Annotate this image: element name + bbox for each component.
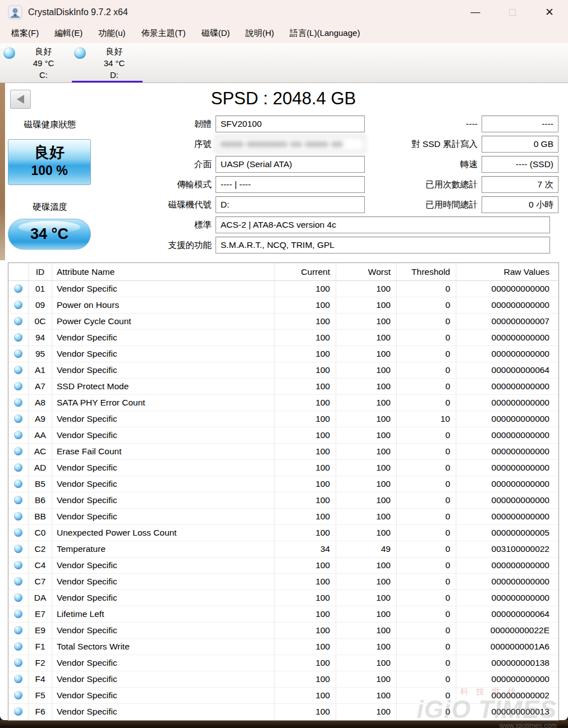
attr-id: F5 [29, 688, 52, 703]
status-orb-icon [14, 707, 22, 716]
attr-worst: 100 [336, 281, 397, 297]
attr-current: 34 [274, 541, 336, 557]
attr-name: Vendor Specific [52, 281, 274, 297]
attr-id: AD [29, 460, 52, 476]
attr-id: E7 [29, 606, 52, 622]
attr-current: 100 [274, 574, 336, 589]
temperature-button[interactable]: 34 °C [8, 219, 91, 250]
smart-attribute-row: 0C Power Cycle Count 100 100 0 000000000… [8, 314, 558, 330]
attr-worst: 100 [336, 395, 397, 411]
back-button[interactable] [10, 90, 31, 109]
attr-worst: 100 [336, 476, 397, 492]
field-value: ---- (SSD) [482, 156, 558, 173]
attr-threshold: 0 [397, 444, 456, 459]
attr-id: A7 [29, 379, 52, 394]
attr-threshold: 0 [397, 297, 456, 313]
smart-attribute-row: AD Vendor Specific 100 100 0 00000000000… [8, 460, 558, 476]
attr-threshold: 0 [397, 688, 456, 703]
attr-current: 100 [274, 330, 336, 345]
attr-threshold: 0 [397, 525, 456, 541]
attr-current: 100 [274, 509, 336, 524]
attr-threshold: 0 [397, 314, 456, 329]
tab-status: 良好 [15, 45, 72, 57]
field-label: 傳輸模式 [112, 176, 216, 193]
status-orb-icon [14, 658, 22, 667]
header-current: Current [274, 263, 336, 280]
status-orb-icon [14, 496, 22, 504]
status-orb-icon [14, 398, 22, 407]
status-orb-icon [14, 480, 22, 488]
attr-worst: 49 [336, 541, 397, 557]
header-attribute-name: Attribute Name [52, 263, 274, 280]
smart-attribute-row: AA Vendor Specific 100 100 0 00000000000… [8, 427, 558, 444]
attr-raw: 000000000007 [456, 314, 558, 329]
attr-worst: 100 [336, 509, 397, 524]
attr-threshold: 0 [397, 330, 456, 345]
attr-threshold: 0 [397, 379, 456, 394]
attr-threshold: 0 [397, 476, 456, 492]
attr-worst: 100 [336, 623, 397, 638]
attr-name: Lifetime Left [52, 606, 274, 622]
menu-item[interactable]: 功能(u) [90, 25, 133, 43]
attr-id: C7 [29, 574, 52, 589]
menu-item[interactable]: 編輯(E) [47, 25, 90, 43]
attr-raw: 00000000022E [456, 623, 558, 638]
attr-name: Vendor Specific [52, 557, 274, 573]
attr-current: 100 [274, 362, 336, 378]
status-orb-icon [14, 463, 22, 472]
attr-id: E9 [29, 623, 52, 638]
attr-id: B6 [29, 492, 52, 508]
attr-current: 100 [274, 314, 336, 329]
attr-worst: 100 [336, 606, 397, 622]
attr-name: Vendor Specific [52, 590, 274, 606]
menu-item[interactable]: 檔案(F) [3, 25, 47, 43]
attr-name: Power on Hours [52, 297, 274, 313]
attr-id: 94 [29, 330, 52, 345]
attr-raw: 000000000064 [456, 606, 558, 622]
health-state-label: 磁碟健康狀態 [8, 119, 92, 131]
status-orb-icon [14, 382, 22, 390]
drive-tab[interactable]: 良好 34 °C D: [72, 43, 143, 82]
smart-attribute-row: A1 Vendor Specific 100 100 0 00000000006… [8, 362, 558, 379]
attr-raw: 003100000022 [456, 541, 558, 557]
menu-item[interactable]: 說明(H) [237, 25, 282, 43]
attr-threshold: 0 [397, 590, 456, 606]
status-orb-icon [14, 675, 22, 683]
drive-health-orb-icon [3, 47, 15, 59]
minimize-button[interactable]: — [457, 0, 494, 25]
attr-current: 100 [274, 411, 336, 427]
maximize-button[interactable]: □ [494, 0, 531, 25]
attr-worst: 100 [336, 492, 397, 508]
attr-id: C0 [29, 525, 52, 541]
attr-raw: 000000000000 [456, 427, 558, 443]
attr-threshold: 0 [397, 362, 456, 378]
attr-current: 100 [274, 704, 336, 720]
smart-attribute-row: DA Vendor Specific 100 100 0 00000000000… [8, 590, 558, 606]
attr-threshold: 0 [397, 541, 456, 557]
drive-tab[interactable]: 良好 49 °C C: [1, 43, 72, 82]
attr-id: F6 [29, 704, 52, 720]
attr-current: 100 [274, 460, 336, 476]
field-label: 轉速 [387, 156, 482, 173]
field-value: SFV20100 [216, 116, 365, 132]
smart-attribute-row: C2 Temperature 34 49 0 003100000022 [8, 541, 558, 557]
header-worst: Worst [336, 263, 397, 280]
status-orb-icon [14, 642, 22, 651]
status-orb-icon [14, 366, 22, 374]
attr-id: A8 [29, 395, 52, 411]
close-button[interactable]: ✕ [531, 0, 568, 25]
smart-attribute-row: BB Vendor Specific 100 100 0 00000000000… [8, 509, 558, 525]
health-status-button[interactable]: 良好 100 % [8, 139, 91, 185]
menu-item[interactable]: 佈景主題(T) [134, 25, 194, 43]
attr-name: Vendor Specific [52, 476, 274, 492]
attr-worst: 100 [336, 330, 397, 345]
health-percent: 100 % [8, 162, 90, 179]
smart-attribute-row: F5 Vendor Specific 100 100 0 00000000000… [8, 688, 558, 704]
smart-attribute-row: F1 Total Sectors Write 100 100 0 0000000… [8, 639, 558, 655]
menu-item[interactable]: 語言(L)(Language) [282, 25, 368, 43]
menu-item[interactable]: 磁碟(D) [194, 25, 238, 43]
smart-attribute-row: F6 Vendor Specific 100 100 0 00000000001… [8, 704, 558, 720]
smart-attribute-row: A9 Vendor Specific 100 100 10 0000000000… [8, 411, 558, 427]
attr-id: F4 [29, 671, 52, 687]
field-value: 0 小時 [482, 196, 558, 213]
